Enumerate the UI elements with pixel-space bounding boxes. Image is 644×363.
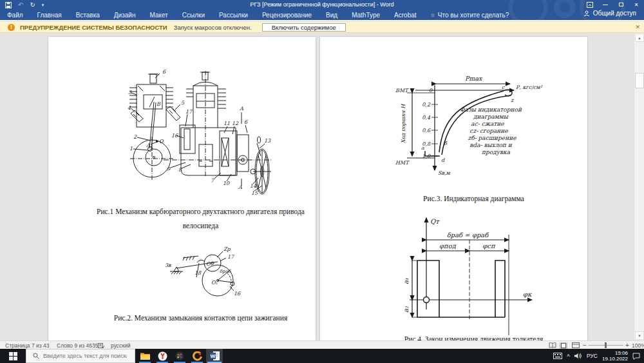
fig3-phase-text: Фазы индикаторной: [460, 106, 522, 113]
fig1-label: 16: [171, 133, 178, 139]
fig3-point-c: с: [502, 84, 505, 90]
figure-4-caption: Рис.4. Закон изменения движения толкател…: [320, 335, 587, 340]
fig4-a1-label: а₁: [402, 278, 410, 284]
fig3-phase-text: вdа- выхлоп и: [469, 142, 512, 148]
read-mode-icon[interactable]: [549, 342, 556, 348]
notification-center-icon[interactable]: [632, 353, 640, 360]
proofing-icon[interactable]: [98, 343, 104, 348]
zoom-slider-thumb[interactable]: [605, 342, 607, 348]
fig3-tick: 0,4: [422, 115, 431, 121]
print-layout-icon[interactable]: [560, 342, 567, 349]
word-count[interactable]: Слово 9 из 4635: [57, 342, 98, 349]
fig1-label: 2: [133, 134, 137, 140]
taskbar-file-explorer[interactable]: [137, 349, 153, 363]
speaker-icon[interactable]: [574, 353, 582, 359]
fig1-label: 14: [250, 183, 257, 189]
fig3-point-b: б: [444, 141, 448, 146]
language-tray-indicator[interactable]: РУС: [587, 353, 598, 359]
document-page-left[interactable]: 6 3 В 4 5 2 1 А О 17 16 9 8 11 12 6 А: [48, 37, 316, 340]
folder-icon: [140, 352, 150, 360]
taskbar-app-orange[interactable]: [189, 349, 205, 363]
language-indicator[interactable]: русский: [111, 342, 131, 349]
close-button[interactable]: ✕: [629, 0, 644, 9]
figure-2-contact-mechanism-drawing: Зв 18 О₂ Zр 17 О₁ δраб 16: [161, 244, 245, 305]
tab-design[interactable]: Дизайн: [107, 12, 143, 19]
taskbar-clock[interactable]: 15:06 19.10.2022: [602, 350, 628, 362]
tab-references[interactable]: Ссылки: [175, 12, 212, 19]
warning-title: ПРЕДУПРЕЖДЕНИЕ СИСТЕМЫ БЕЗОПАСНОСТИ: [20, 24, 167, 31]
zoom-out-icon[interactable]: −: [583, 342, 587, 349]
warning-close-icon[interactable]: ✕: [635, 24, 640, 30]
fig1-label: 15: [251, 190, 258, 196]
show-hidden-icons-chevron[interactable]: ^: [567, 353, 570, 359]
ribbon-display-options-icon[interactable]: [582, 0, 598, 9]
fig3-phase-text: zб- расширение: [468, 135, 516, 141]
share-label: Общий доступ: [593, 10, 636, 17]
tab-layout[interactable]: Макет: [142, 12, 175, 19]
document-page-right[interactable]: ВМТ 0 Рmax Р, кгс/см² Ход поршня Н 0,2 0…: [320, 37, 587, 340]
fig4-span-left-label: φпод: [439, 242, 457, 250]
fig3-pressure-axis-label: Р, кгс/см²: [516, 84, 544, 90]
start-button[interactable]: [0, 349, 26, 363]
fig1-label: 5: [181, 100, 185, 106]
window-controls: ✕: [582, 0, 644, 9]
scroll-down-icon[interactable]: ▼: [635, 331, 644, 340]
enable-content-button[interactable]: Включить содержимое: [262, 23, 346, 32]
fig3-s-axis-label: Sв,м: [438, 170, 451, 176]
tab-mathtype[interactable]: MathType: [345, 12, 387, 19]
fig3-stroke-axis-label: Ход поршня Н: [401, 104, 406, 144]
web-layout-icon[interactable]: [572, 342, 580, 348]
minimize-button[interactable]: [598, 0, 613, 9]
scrollbar-thumb[interactable]: [635, 73, 644, 88]
tab-file[interactable]: Файл: [0, 12, 30, 19]
fig1-label: 11: [223, 121, 230, 126]
zoom-in-icon[interactable]: +: [625, 342, 629, 349]
fig3-tick: 1,0: [422, 153, 431, 159]
fig1-label: 13: [264, 138, 271, 144]
tell-me-box[interactable]: ☼Что вы хотите сделать?: [424, 12, 509, 19]
word-title-bar: ↶ ↻ ▾ РГЗ [Режим ограниченной функционал…: [0, 0, 644, 20]
fig3-pmax-label: Рmax: [465, 75, 483, 82]
figure-3-indicator-diagram: ВМТ 0 Рmax Р, кгс/см² Ход поршня Н 0,2 0…: [394, 72, 549, 179]
tab-view[interactable]: Вид: [319, 12, 345, 19]
tab-acrobat[interactable]: Acrobat: [387, 12, 423, 19]
document-area[interactable]: 6 3 В 4 5 2 1 А О 17 16 9 8 11 12 6 А: [0, 33, 644, 340]
page-indicator[interactable]: Страница 7 из 43: [5, 342, 49, 349]
touch-keyboard-icon[interactable]: [553, 353, 562, 359]
share-button[interactable]: Общий доступ: [583, 10, 636, 17]
taskbar-word-active[interactable]: W: [206, 349, 223, 363]
fig3-phase-text: продувка: [482, 149, 511, 155]
fig4-x-axis-label: φк: [523, 291, 533, 299]
fig3-phase-text: сz- сгорание: [469, 128, 508, 134]
fig1-label: А: [146, 142, 151, 148]
security-warning-bar: ! ПРЕДУПРЕЖДЕНИЕ СИСТЕМЫ БЕЗОПАСНОСТИ За…: [0, 22, 644, 33]
ribbon-tab-row: Файл Главная Вставка Дизайн Макет Ссылки…: [0, 10, 644, 20]
tab-mailings[interactable]: Рассылки: [212, 12, 255, 19]
tell-me-label: Что вы хотите сделать?: [438, 12, 509, 19]
fig4-span-top-label: δраб = φраб: [447, 231, 490, 239]
scroll-up-icon[interactable]: ▲: [635, 34, 644, 42]
taskbar-yandex-browser[interactable]: [154, 349, 171, 363]
windows-logo-icon: [9, 352, 17, 360]
fig1-label: 1: [129, 146, 133, 152]
desktop: ↶ ↻ ▾ РГЗ [Режим ограниченной функционал…: [0, 0, 644, 363]
tab-review[interactable]: Рецензирование: [255, 12, 319, 19]
zoom-level[interactable]: 100%: [632, 342, 644, 349]
fig3-tdc-label: ВМТ: [395, 88, 409, 93]
maximize-button[interactable]: [613, 0, 629, 9]
search-input[interactable]: [43, 353, 127, 359]
vertical-scrollbar[interactable]: ▲ ▼: [634, 33, 644, 340]
fig2-label: Зв: [165, 262, 171, 268]
tab-home[interactable]: Главная: [30, 12, 69, 19]
fig1-label: 7: [211, 178, 214, 184]
fig4-span-right-label: φсп: [482, 242, 496, 250]
yandex-browser-icon: [158, 351, 167, 361]
fig2-label: 18: [194, 270, 202, 276]
figure-4-cam-law-diagram: Qт δраб = φраб φпод φсп а₁ а₂ φк: [398, 213, 559, 340]
tab-insert[interactable]: Вставка: [69, 12, 107, 19]
fig2-label: 17: [227, 254, 234, 260]
fig2-label: О₂: [206, 261, 213, 267]
taskbar-app-sphere[interactable]: [171, 349, 188, 363]
fig1-label: 3: [128, 90, 132, 95]
taskbar-search-box[interactable]: [26, 349, 135, 363]
